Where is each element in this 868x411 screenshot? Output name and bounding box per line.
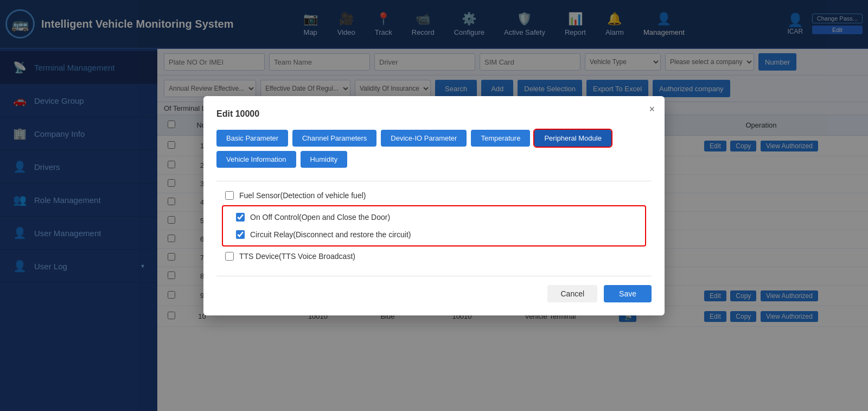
circuit-relay-label: Circuit Relay(Disconnect and restore the… bbox=[250, 230, 411, 239]
modal-close-button[interactable]: × bbox=[649, 104, 655, 115]
tab-humidity[interactable]: Humidity bbox=[301, 151, 348, 168]
modal-tabs: Basic Parameter Channel Parameters Devic… bbox=[216, 130, 652, 168]
tab-channel-parameters[interactable]: Channel Parameters bbox=[292, 130, 376, 147]
modal-title: Edit 10000 bbox=[216, 109, 652, 119]
cancel-button[interactable]: Cancel bbox=[547, 285, 597, 302]
modal-footer: Cancel Save bbox=[216, 276, 652, 302]
on-off-control-row: On Off Control(Open and Close the Door) bbox=[227, 208, 641, 226]
circuit-relay-row: Circuit Relay(Disconnect and restore the… bbox=[227, 226, 641, 243]
tab-vehicle-information[interactable]: Vehicle Information bbox=[216, 151, 296, 168]
tts-device-row: TTS Device(TTS Voice Broadcast) bbox=[216, 248, 652, 265]
tab-basic-parameter[interactable]: Basic Parameter bbox=[216, 130, 288, 147]
edit-modal: Edit 10000 × Basic Parameter Channel Par… bbox=[203, 96, 665, 315]
save-button[interactable]: Save bbox=[604, 285, 652, 302]
tts-device-label: TTS Device(TTS Voice Broadcast) bbox=[239, 252, 355, 261]
fuel-sensor-row: Fuel Sensor(Detection of vehicle fuel) bbox=[216, 187, 652, 204]
modal-body: Fuel Sensor(Detection of vehicle fuel) O… bbox=[216, 181, 652, 276]
tab-device-io-parameter[interactable]: Device-IO Parameter bbox=[381, 130, 467, 147]
circuit-relay-checkbox[interactable] bbox=[236, 230, 245, 239]
tts-device-checkbox[interactable] bbox=[225, 252, 234, 261]
on-off-control-checkbox[interactable] bbox=[236, 213, 245, 222]
highlighted-checkbox-group: On Off Control(Open and Close the Door) … bbox=[222, 205, 646, 246]
tab-peripheral-module[interactable]: Peripheral Module bbox=[534, 130, 611, 147]
on-off-control-label: On Off Control(Open and Close the Door) bbox=[250, 213, 390, 222]
fuel-sensor-label: Fuel Sensor(Detection of vehicle fuel) bbox=[239, 191, 366, 200]
modal-overlay: Edit 10000 × Basic Parameter Channel Par… bbox=[0, 0, 868, 411]
tab-temperature[interactable]: Temperature bbox=[471, 130, 530, 147]
fuel-sensor-checkbox[interactable] bbox=[225, 191, 234, 200]
